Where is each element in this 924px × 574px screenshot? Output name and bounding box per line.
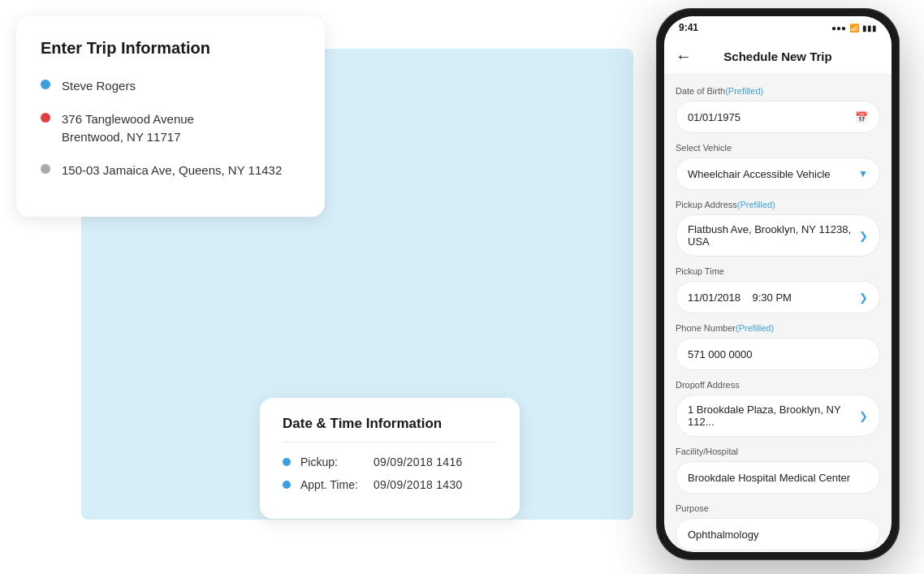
phone-value: 571 000 0000 <box>688 348 753 360</box>
chevron-down-icon: ▼ <box>858 168 868 179</box>
dob-input[interactable]: 01/01/1975 📅 <box>676 101 880 133</box>
nav-bar: ← Schedule New Trip <box>664 39 892 75</box>
pickup-time-dot <box>283 458 291 466</box>
facility-label: Facility/Hospital <box>676 447 880 456</box>
pickup-time-field-group: Pickup Time 11/01/2018 9:30 PM ❯ <box>676 266 880 313</box>
phone-screen: 9:41 ●●● 📶 ▮▮▮ ← Schedule New Trip Date … <box>664 16 892 552</box>
pickup-time-value: 09/09/2018 1416 <box>373 455 463 468</box>
pickup-address-field-group: Pickup Address(Prefilled) Flatbush Ave, … <box>676 200 880 257</box>
status-icons: ●●● 📶 ▮▮▮ <box>831 24 877 32</box>
pickup-time-row: Pickup: 09/09/2018 1416 <box>283 455 497 468</box>
trip-person-row: Steve Rogers <box>41 77 300 96</box>
phone-field-group: Phone Number(Prefilled) 571 000 0000 <box>676 323 880 370</box>
purpose-value: Ophthalmology <box>688 529 758 541</box>
battery-icon: ▮▮▮ <box>862 24 877 32</box>
dropoff-address: 150-03 Jamaica Ave, Queens, NY 11432 <box>62 162 282 180</box>
facility-field-group: Facility/Hospital Brookdale Hospital Med… <box>676 447 880 494</box>
phone-input[interactable]: 571 000 0000 <box>676 338 880 370</box>
facility-input[interactable]: Brookdale Hospital Medical Center <box>676 461 880 494</box>
chevron-right-dropoff-icon: ❯ <box>859 410 868 422</box>
pickup-time-value: 11/01/2018 9:30 PM <box>688 291 792 304</box>
dropoff-dot-icon <box>41 164 50 174</box>
dropoff-address-input[interactable]: 1 Brookdale Plaza, Brooklyn, NY 112... ❯ <box>676 395 880 437</box>
pickup-dot-icon <box>41 113 50 123</box>
appt-time-value: 09/09/2018 1430 <box>373 478 463 491</box>
pickup-address: 376 Tanglewood Avenue Brentwood, NY 1171… <box>62 110 194 147</box>
wifi-icon: 📶 <box>849 24 859 32</box>
trip-info-card: Enter Trip Information Steve Rogers 376 … <box>16 16 325 217</box>
calendar-icon: 📅 <box>855 111 868 123</box>
dropoff-address-value: 1 Brookdale Plaza, Brooklyn, NY 112... <box>688 404 859 428</box>
pickup-address-prefilled-badge: (Prefilled) <box>737 200 775 209</box>
phone-prefilled-badge: (Prefilled) <box>736 323 774 333</box>
dob-value: 01/01/1975 <box>688 111 740 123</box>
pickup-address-label: Pickup Address(Prefilled) <box>676 200 880 209</box>
appt-time-row: Appt. Time: 09/09/2018 1430 <box>283 478 497 491</box>
pickup-time-label: Pickup Time <box>676 266 880 276</box>
pickup-label: Pickup: <box>300 455 373 468</box>
phone-content[interactable]: Date of Birth(Prefilled) 01/01/1975 📅 Se… <box>664 75 892 552</box>
purpose-input[interactable]: Ophthalmology <box>676 518 880 550</box>
vehicle-field-group: Select Vehicle Wheelchair Accessible Veh… <box>676 143 880 190</box>
chevron-right-time-icon: ❯ <box>859 291 868 304</box>
pickup-address-input[interactable]: Flatbush Ave, Brooklyn, NY 11238, USA ❯ <box>676 214 880 257</box>
status-time: 9:41 <box>679 22 698 33</box>
phone-outer: 9:41 ●●● 📶 ▮▮▮ ← Schedule New Trip Date … <box>656 8 900 560</box>
person-dot-icon <box>41 80 50 89</box>
dob-prefilled-badge: (Prefilled) <box>725 86 763 96</box>
pickup-address-value: Flatbush Ave, Brooklyn, NY 11238, USA <box>688 223 859 248</box>
person-name: Steve Rogers <box>62 77 136 96</box>
phone-device: 9:41 ●●● 📶 ▮▮▮ ← Schedule New Trip Date … <box>656 8 900 560</box>
chevron-right-icon: ❯ <box>859 230 868 242</box>
back-button[interactable]: ← <box>676 47 692 66</box>
appt-label: Appt. Time: <box>300 478 373 491</box>
dob-field-group: Date of Birth(Prefilled) 01/01/1975 📅 <box>676 86 880 133</box>
trip-dropoff-row: 150-03 Jamaica Ave, Queens, NY 11432 <box>41 162 300 180</box>
datetime-card-title: Date & Time Information <box>283 416 497 442</box>
vehicle-label: Select Vehicle <box>676 143 880 153</box>
datetime-card: Date & Time Information Pickup: 09/09/20… <box>260 398 520 519</box>
trip-card-title: Enter Trip Information <box>41 39 300 58</box>
appt-time-dot <box>283 481 291 489</box>
purpose-field-group: Purpose Ophthalmology <box>676 503 880 550</box>
vehicle-select[interactable]: Wheelchair Accessible Vehicle ▼ <box>676 158 880 190</box>
dob-label: Date of Birth(Prefilled) <box>676 86 880 96</box>
phone-label: Phone Number(Prefilled) <box>676 323 880 333</box>
purpose-label: Purpose <box>676 503 880 513</box>
dropoff-address-field-group: Dropoff Address 1 Brookdale Plaza, Brook… <box>676 380 880 437</box>
nav-title: Schedule New Trip <box>723 50 831 63</box>
signal-icon: ●●● <box>831 24 846 32</box>
vehicle-value: Wheelchair Accessible Vehicle <box>688 168 831 180</box>
dropoff-address-label: Dropoff Address <box>676 380 880 390</box>
status-bar: 9:41 ●●● 📶 ▮▮▮ <box>664 16 892 39</box>
facility-value: Brookdale Hospital Medical Center <box>688 472 850 484</box>
pickup-time-input[interactable]: 11/01/2018 9:30 PM ❯ <box>676 281 880 313</box>
trip-pickup-row: 376 Tanglewood Avenue Brentwood, NY 1171… <box>41 110 300 147</box>
